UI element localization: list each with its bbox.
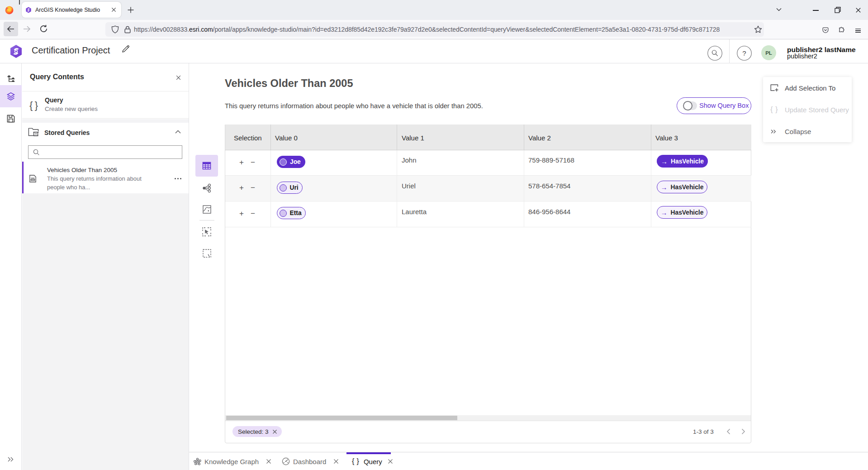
svg-text:?: ? bbox=[742, 49, 746, 57]
